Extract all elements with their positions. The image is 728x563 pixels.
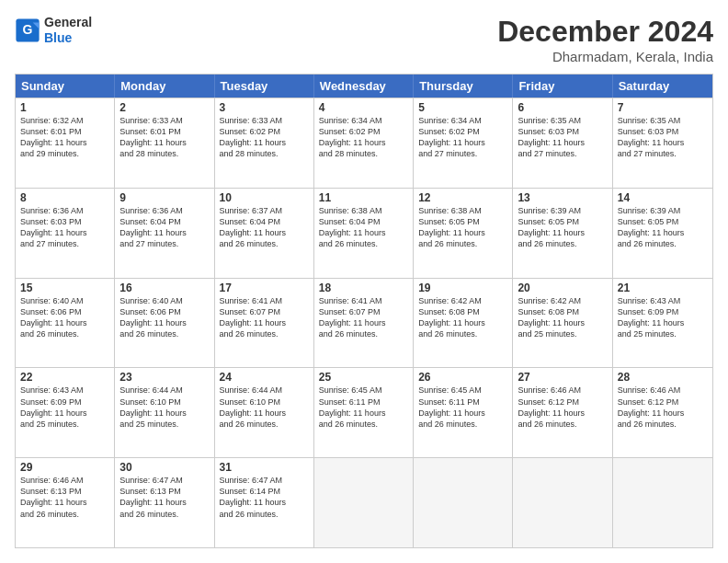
location: Dharmadam, Kerala, India xyxy=(497,49,713,64)
cell-info: Sunrise: 6:33 AM Sunset: 6:02 PM Dayligh… xyxy=(220,115,309,160)
calendar-header: SundayMondayTuesdayWednesdayThursdayFrid… xyxy=(16,75,712,98)
day-number: 12 xyxy=(418,191,507,204)
day-number: 18 xyxy=(319,282,408,294)
day-number: 16 xyxy=(119,282,209,294)
calendar-cell: 20Sunrise: 6:42 AM Sunset: 6:08 PM Dayli… xyxy=(513,279,612,368)
cell-info: Sunrise: 6:42 AM Sunset: 6:08 PM Dayligh… xyxy=(518,295,607,340)
title-block: December 2024 Dharmadam, Kerala, India xyxy=(497,15,713,64)
day-number: 26 xyxy=(418,371,507,384)
day-number: 22 xyxy=(20,371,109,384)
logo-icon: G xyxy=(15,17,40,43)
day-number: 8 xyxy=(20,191,109,204)
calendar-cell: 7Sunrise: 6:35 AM Sunset: 6:03 PM Daylig… xyxy=(613,98,712,188)
calendar-cell: 9Sunrise: 6:36 AM Sunset: 6:04 PM Daylig… xyxy=(115,189,214,278)
day-number: 27 xyxy=(518,371,607,384)
svg-text:G: G xyxy=(23,22,33,37)
cell-info: Sunrise: 6:36 AM Sunset: 6:04 PM Dayligh… xyxy=(119,205,209,250)
day-number: 25 xyxy=(319,371,408,384)
calendar-cell: 14Sunrise: 6:39 AM Sunset: 6:05 PM Dayli… xyxy=(613,189,712,278)
calendar-cell: 13Sunrise: 6:39 AM Sunset: 6:05 PM Dayli… xyxy=(513,189,612,278)
day-number: 13 xyxy=(518,191,607,204)
calendar-cell: 27Sunrise: 6:46 AM Sunset: 6:12 PM Dayli… xyxy=(513,368,612,457)
calendar-cell: 4Sunrise: 6:34 AM Sunset: 6:02 PM Daylig… xyxy=(314,98,414,188)
calendar-cell: 31Sunrise: 6:47 AM Sunset: 6:14 PM Dayli… xyxy=(215,458,314,547)
day-number: 3 xyxy=(220,101,309,114)
day-number: 5 xyxy=(418,101,507,114)
calendar-cell: 26Sunrise: 6:45 AM Sunset: 6:11 PM Dayli… xyxy=(414,368,513,457)
cell-info: Sunrise: 6:37 AM Sunset: 6:04 PM Dayligh… xyxy=(220,205,309,250)
calendar-cell: 11Sunrise: 6:38 AM Sunset: 6:04 PM Dayli… xyxy=(314,189,414,278)
day-number: 21 xyxy=(618,282,708,294)
cell-info: Sunrise: 6:33 AM Sunset: 6:01 PM Dayligh… xyxy=(119,115,209,160)
header-day: Tuesday xyxy=(215,75,314,98)
calendar-row: 15Sunrise: 6:40 AM Sunset: 6:06 PM Dayli… xyxy=(16,278,712,368)
cell-info: Sunrise: 6:41 AM Sunset: 6:07 PM Dayligh… xyxy=(319,295,408,340)
cell-info: Sunrise: 6:38 AM Sunset: 6:04 PM Dayligh… xyxy=(319,205,408,250)
cell-info: Sunrise: 6:34 AM Sunset: 6:02 PM Dayligh… xyxy=(319,115,408,160)
header-day: Friday xyxy=(513,75,612,98)
cell-info: Sunrise: 6:32 AM Sunset: 6:01 PM Dayligh… xyxy=(20,115,109,160)
cell-info: Sunrise: 6:42 AM Sunset: 6:08 PM Dayligh… xyxy=(418,295,507,340)
calendar-cell: 19Sunrise: 6:42 AM Sunset: 6:08 PM Dayli… xyxy=(414,279,513,368)
header-day: Monday xyxy=(115,75,214,98)
cell-info: Sunrise: 6:44 AM Sunset: 6:10 PM Dayligh… xyxy=(119,385,209,430)
day-number: 30 xyxy=(119,461,209,474)
day-number: 4 xyxy=(319,101,408,114)
calendar-cell: 24Sunrise: 6:44 AM Sunset: 6:10 PM Dayli… xyxy=(215,368,314,457)
calendar-cell: 10Sunrise: 6:37 AM Sunset: 6:04 PM Dayli… xyxy=(215,189,314,278)
header-day: Thursday xyxy=(414,75,513,98)
calendar-row: 29Sunrise: 6:46 AM Sunset: 6:13 PM Dayli… xyxy=(16,457,712,547)
calendar-cell xyxy=(613,458,712,547)
calendar-page: G General Blue December 2024 Dharmadam, … xyxy=(0,0,728,563)
calendar: SundayMondayTuesdayWednesdayThursdayFrid… xyxy=(15,74,713,548)
cell-info: Sunrise: 6:39 AM Sunset: 6:05 PM Dayligh… xyxy=(618,205,708,250)
cell-info: Sunrise: 6:45 AM Sunset: 6:11 PM Dayligh… xyxy=(319,385,408,430)
cell-info: Sunrise: 6:46 AM Sunset: 6:12 PM Dayligh… xyxy=(618,385,708,430)
day-number: 19 xyxy=(418,282,507,294)
cell-info: Sunrise: 6:39 AM Sunset: 6:05 PM Dayligh… xyxy=(518,205,607,250)
cell-info: Sunrise: 6:35 AM Sunset: 6:03 PM Dayligh… xyxy=(618,115,708,160)
day-number: 20 xyxy=(518,282,607,294)
calendar-cell: 29Sunrise: 6:46 AM Sunset: 6:13 PM Dayli… xyxy=(16,458,115,547)
calendar-cell: 6Sunrise: 6:35 AM Sunset: 6:03 PM Daylig… xyxy=(513,98,612,188)
cell-info: Sunrise: 6:47 AM Sunset: 6:13 PM Dayligh… xyxy=(119,475,209,520)
day-number: 1 xyxy=(20,101,109,114)
cell-info: Sunrise: 6:40 AM Sunset: 6:06 PM Dayligh… xyxy=(119,295,209,340)
calendar-cell: 21Sunrise: 6:43 AM Sunset: 6:09 PM Dayli… xyxy=(613,279,712,368)
day-number: 28 xyxy=(618,371,708,384)
calendar-cell: 16Sunrise: 6:40 AM Sunset: 6:06 PM Dayli… xyxy=(115,279,214,368)
cell-info: Sunrise: 6:45 AM Sunset: 6:11 PM Dayligh… xyxy=(418,385,507,430)
cell-info: Sunrise: 6:40 AM Sunset: 6:06 PM Dayligh… xyxy=(20,295,109,340)
day-number: 11 xyxy=(319,191,408,204)
calendar-row: 1Sunrise: 6:32 AM Sunset: 6:01 PM Daylig… xyxy=(16,98,712,188)
day-number: 31 xyxy=(220,461,309,474)
day-number: 7 xyxy=(618,101,708,114)
calendar-cell: 1Sunrise: 6:32 AM Sunset: 6:01 PM Daylig… xyxy=(16,98,115,188)
logo: G General Blue xyxy=(15,15,92,46)
calendar-cell: 23Sunrise: 6:44 AM Sunset: 6:10 PM Dayli… xyxy=(115,368,214,457)
calendar-cell: 25Sunrise: 6:45 AM Sunset: 6:11 PM Dayli… xyxy=(314,368,414,457)
calendar-cell: 15Sunrise: 6:40 AM Sunset: 6:06 PM Dayli… xyxy=(16,279,115,368)
calendar-cell: 22Sunrise: 6:43 AM Sunset: 6:09 PM Dayli… xyxy=(16,368,115,457)
calendar-cell xyxy=(414,458,513,547)
day-number: 23 xyxy=(119,371,209,384)
day-number: 6 xyxy=(518,101,607,114)
calendar-cell: 17Sunrise: 6:41 AM Sunset: 6:07 PM Dayli… xyxy=(215,279,314,368)
calendar-cell: 18Sunrise: 6:41 AM Sunset: 6:07 PM Dayli… xyxy=(314,279,414,368)
day-number: 17 xyxy=(220,282,309,294)
calendar-cell xyxy=(314,458,414,547)
day-number: 9 xyxy=(119,191,209,204)
day-number: 15 xyxy=(20,282,109,294)
calendar-cell: 28Sunrise: 6:46 AM Sunset: 6:12 PM Dayli… xyxy=(613,368,712,457)
cell-info: Sunrise: 6:41 AM Sunset: 6:07 PM Dayligh… xyxy=(220,295,309,340)
month-title: December 2024 xyxy=(497,15,713,49)
logo-text: General Blue xyxy=(44,15,92,46)
calendar-row: 22Sunrise: 6:43 AM Sunset: 6:09 PM Dayli… xyxy=(16,367,712,457)
page-header: G General Blue December 2024 Dharmadam, … xyxy=(15,15,713,64)
calendar-cell: 8Sunrise: 6:36 AM Sunset: 6:03 PM Daylig… xyxy=(16,189,115,278)
day-number: 14 xyxy=(618,191,708,204)
day-number: 10 xyxy=(220,191,309,204)
cell-info: Sunrise: 6:46 AM Sunset: 6:13 PM Dayligh… xyxy=(20,475,109,520)
cell-info: Sunrise: 6:43 AM Sunset: 6:09 PM Dayligh… xyxy=(20,385,109,430)
calendar-cell: 3Sunrise: 6:33 AM Sunset: 6:02 PM Daylig… xyxy=(215,98,314,188)
